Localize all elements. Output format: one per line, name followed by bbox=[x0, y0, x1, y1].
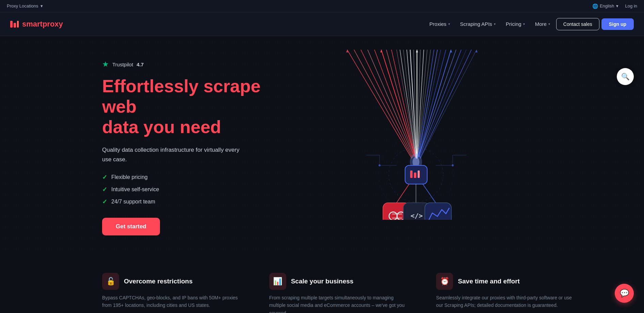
feature-icon-row-1: 🔓 Overcome restrictions bbox=[102, 273, 242, 290]
trustpilot-star-icon: ★ bbox=[102, 60, 109, 69]
nav-more-label: More bbox=[535, 21, 547, 27]
trustpilot-label: Trustpilot bbox=[112, 62, 133, 67]
logo-bar-3 bbox=[17, 21, 19, 28]
top-bar-right: 🌐 English ▾ Log in bbox=[592, 3, 637, 9]
nav-pricing[interactable]: Pricing ▾ bbox=[502, 18, 529, 30]
feature-save-time: ⏰ Save time and effort Seamlessly integr… bbox=[436, 273, 576, 313]
svg-line-4 bbox=[374, 50, 415, 157]
svg-line-37 bbox=[423, 184, 436, 203]
language-label: English bbox=[600, 3, 614, 9]
top-bar-chevron: ▾ bbox=[41, 3, 43, 9]
feature-title-1: Overcome restrictions bbox=[124, 278, 193, 285]
checklist-label-2: Intuitive self-service bbox=[111, 186, 159, 193]
feature-desc-1: Bypass CAPTCHAs, geo-blocks, and IP bans… bbox=[102, 294, 242, 309]
hero-subtitle: Quality data collection infrastructure f… bbox=[102, 145, 248, 164]
svg-rect-33 bbox=[414, 172, 416, 178]
nav-more[interactable]: More ▾ bbox=[531, 18, 554, 30]
navbar-right: Proxies ▾ Scraping APIs ▾ Pricing ▾ More… bbox=[425, 18, 634, 30]
checklist-item-2: ✓ Intuitive self-service bbox=[102, 186, 293, 193]
get-started-button[interactable]: Get started bbox=[102, 218, 160, 235]
overcome-restrictions-icon: 🔓 bbox=[102, 273, 119, 290]
nav-pricing-chevron: ▾ bbox=[523, 22, 525, 26]
nav-scraping-apis-chevron: ▾ bbox=[494, 22, 496, 26]
chat-button[interactable]: 💬 bbox=[615, 284, 634, 303]
checklist-label-1: Flexible pricing bbox=[111, 174, 148, 180]
nav-proxies-label: Proxies bbox=[430, 21, 447, 27]
feature-icon-row-3: ⏰ Save time and effort bbox=[436, 273, 576, 290]
svg-line-5 bbox=[381, 50, 415, 157]
svg-rect-32 bbox=[410, 170, 413, 178]
navbar: smartproxy Proxies ▾ Scraping APIs ▾ Pri… bbox=[0, 12, 644, 36]
checklist-item-1: ✓ Flexible pricing bbox=[102, 174, 293, 181]
svg-marker-58 bbox=[416, 50, 418, 52]
hero-title-line2: data you need bbox=[102, 117, 221, 137]
svg-line-26 bbox=[420, 50, 466, 158]
logo-text-suffix: proxy bbox=[43, 20, 63, 28]
hero-visual: </> bbox=[313, 56, 576, 233]
proxy-locations-link[interactable]: Proxy Locations bbox=[7, 3, 38, 9]
feature-desc-2: From scraping multiple targets simultane… bbox=[269, 294, 409, 313]
logo-icon bbox=[10, 21, 19, 28]
svg-point-47 bbox=[379, 164, 381, 166]
feature-overcome-restrictions: 🔓 Overcome restrictions Bypass CAPTCHAs,… bbox=[102, 273, 242, 313]
trustpilot-bar: ★ Trustpilot 4.7 bbox=[102, 60, 293, 69]
logo-text-prefix: smart bbox=[22, 20, 43, 28]
checklist-item-3: ✓ 24/7 support team bbox=[102, 198, 293, 205]
hero-left: ★ Trustpilot 4.7 Effortlessly scrape web… bbox=[102, 56, 293, 235]
logo-bar-2 bbox=[14, 23, 16, 28]
logo-text: smartproxy bbox=[22, 20, 63, 29]
feature-title-2: Scale your business bbox=[291, 278, 354, 285]
language-selector[interactable]: 🌐 English ▾ bbox=[592, 3, 618, 9]
svg-point-46 bbox=[452, 164, 454, 166]
nav-proxies[interactable]: Proxies ▾ bbox=[425, 18, 454, 30]
navbar-left: smartproxy bbox=[10, 20, 63, 29]
save-time-icon: ⏰ bbox=[436, 273, 453, 290]
check-icon-2: ✓ bbox=[102, 186, 107, 193]
contact-sales-button[interactable]: Contact sales bbox=[556, 18, 599, 30]
language-chevron: ▾ bbox=[616, 3, 618, 9]
nav-scraping-apis[interactable]: Scraping APIs ▾ bbox=[456, 18, 500, 30]
chat-icon: 💬 bbox=[620, 289, 629, 298]
language-icon: 🌐 bbox=[592, 3, 598, 9]
nav-more-chevron: ▾ bbox=[548, 22, 550, 26]
top-bar-left: Proxy Locations ▾ bbox=[7, 3, 43, 9]
svg-line-28 bbox=[420, 50, 477, 159]
logo[interactable]: smartproxy bbox=[10, 20, 63, 29]
feature-scale-business: 📊 Scale your business From scraping mult… bbox=[269, 273, 409, 313]
svg-rect-34 bbox=[418, 170, 420, 178]
nav-proxies-chevron: ▾ bbox=[448, 22, 450, 26]
svg-text:</>: </> bbox=[410, 212, 423, 220]
top-bar: Proxy Locations ▾ 🌐 English ▾ Log in bbox=[0, 0, 644, 12]
hero-checklist: ✓ Flexible pricing ✓ Intuitive self-serv… bbox=[102, 174, 293, 205]
check-icon-1: ✓ bbox=[102, 174, 107, 181]
login-link[interactable]: Log in bbox=[625, 3, 637, 9]
feature-title-3: Save time and effort bbox=[458, 278, 520, 285]
hero-title-line1: Effortlessly scrape web bbox=[102, 76, 260, 116]
hero-section: ★ Trustpilot 4.7 Effortlessly scrape web… bbox=[0, 36, 644, 256]
search-button[interactable]: 🔍 bbox=[617, 68, 634, 85]
feature-desc-3: Seamlessly integrate our proxies with th… bbox=[436, 294, 576, 309]
trustpilot-rating: 4.7 bbox=[136, 62, 144, 67]
search-icon: 🔍 bbox=[621, 72, 630, 81]
feature-icon-row-2: 📊 Scale your business bbox=[269, 273, 409, 290]
nav-scraping-apis-label: Scraping APIs bbox=[460, 21, 492, 27]
checklist-label-3: 24/7 support team bbox=[111, 199, 155, 205]
check-icon-3: ✓ bbox=[102, 198, 107, 205]
network-svg: </> bbox=[330, 50, 500, 220]
nav-pricing-label: Pricing bbox=[506, 21, 521, 27]
logo-bar-1 bbox=[10, 21, 13, 28]
hero-title: Effortlessly scrape web data you need bbox=[102, 76, 293, 137]
scale-business-icon: 📊 bbox=[269, 273, 286, 290]
svg-line-35 bbox=[397, 184, 409, 203]
signup-button[interactable]: Sign up bbox=[601, 18, 634, 30]
features-section: 🔓 Overcome restrictions Bypass CAPTCHAs,… bbox=[0, 256, 644, 313]
